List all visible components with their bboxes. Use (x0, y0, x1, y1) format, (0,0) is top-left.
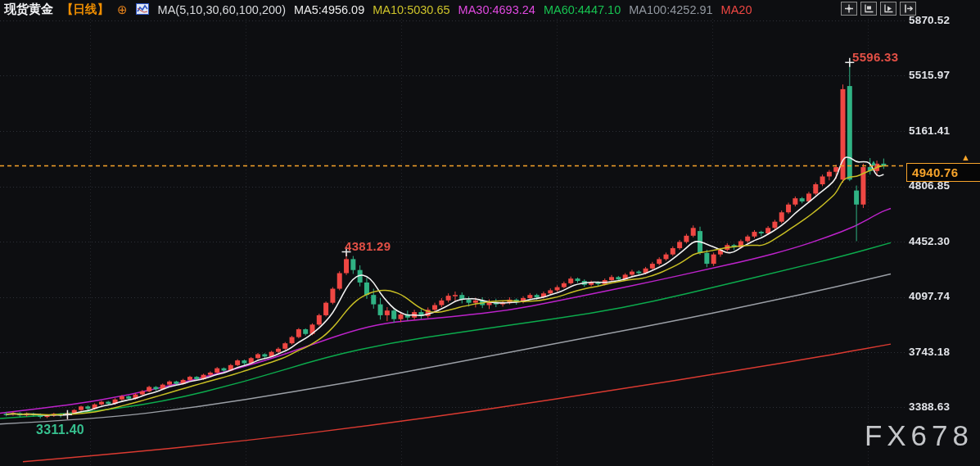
chart-toolbar (841, 2, 916, 16)
axis-play-icon (883, 4, 893, 13)
axis-tick: 4452.30 (909, 235, 950, 247)
crosshair-icon (844, 4, 854, 13)
timeframe-label[interactable]: 【日线】 (61, 2, 109, 17)
exit-arrow-icon (903, 4, 913, 13)
price-axis[interactable]: 5870.52 5515.97 5161.41 4806.85 4452.30 … (905, 0, 980, 466)
candlestick-chart[interactable] (0, 0, 980, 466)
last-price-arrow-icon: ▲ (869, 158, 878, 167)
ma10-value: MA10:5030.65 (373, 3, 449, 16)
ma100-value: MA100:4252.91 (629, 3, 712, 16)
ma200-value: MA20 (721, 3, 752, 16)
axis-tick: 4097.74 (909, 290, 950, 302)
axis-box-icon (864, 4, 874, 13)
circle-plus-icon[interactable]: ⊕ (117, 4, 128, 16)
high-annotation: 5596.33 (852, 50, 898, 64)
axis-tick: 3743.18 (909, 346, 950, 358)
chart-window: 现货黄金 【日线】 ⊕ MA(5,10,30,60,100,200) MA5:4… (0, 0, 980, 466)
ma5-value: MA5:4956.09 (294, 3, 364, 16)
axis-up-arrow-icon: ▲ (961, 152, 970, 162)
swing-high-annotation: 4381.29 (345, 239, 391, 253)
playback-button[interactable] (880, 2, 896, 16)
current-price-tag: 4940.76 (906, 163, 980, 182)
axis-tick: 5870.52 (909, 14, 950, 26)
exit-view-button[interactable] (900, 2, 916, 16)
ma30-value: MA30:4693.24 (458, 3, 535, 16)
axis-tick: 5515.97 (909, 69, 950, 81)
low-annotation: 3311.40 (36, 423, 84, 437)
instrument-title: 现货黄金 (4, 2, 53, 17)
indicator-chart-icon[interactable] (136, 3, 150, 16)
ma60-value: MA60:4447.10 (544, 3, 621, 16)
ma-params-label: MA(5,10,30,60,100,200) (158, 3, 286, 16)
crosshair-button[interactable] (841, 2, 857, 16)
axis-tick: 3388.63 (909, 400, 950, 413)
chart-header: 现货黄金 【日线】 ⊕ MA(5,10,30,60,100,200) MA5:4… (4, 0, 752, 19)
axis-tick: 5161.41 (909, 124, 950, 137)
axis-scale-button[interactable] (860, 2, 877, 16)
